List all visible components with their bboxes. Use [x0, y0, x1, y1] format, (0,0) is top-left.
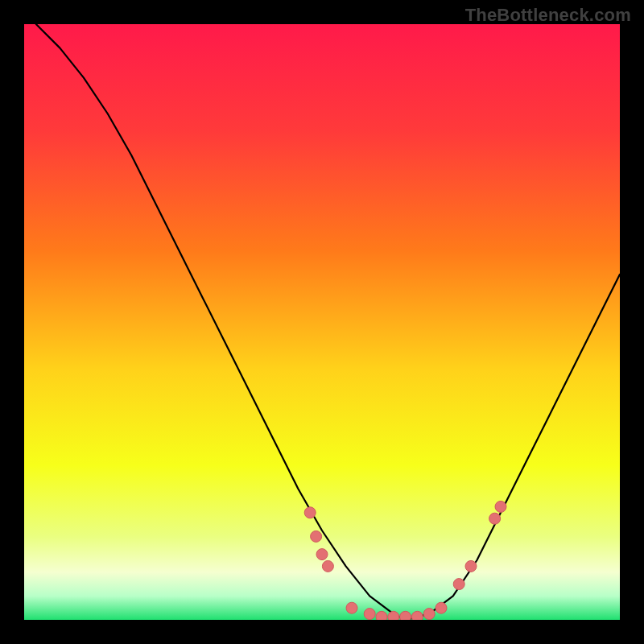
data-marker — [311, 530, 322, 542]
chart-container: TheBottleneck.com — [0, 0, 644, 644]
chart-svg — [24, 24, 620, 620]
data-marker — [304, 507, 316, 518]
plot-area — [24, 24, 620, 620]
data-marker — [322, 560, 333, 572]
data-marker — [453, 579, 464, 590]
data-marker — [388, 611, 399, 620]
watermark-text: TheBottleneck.com — [465, 5, 631, 26]
data-marker — [376, 611, 387, 620]
data-marker — [436, 602, 447, 613]
data-marker — [489, 513, 501, 524]
data-marker — [495, 501, 506, 512]
data-marker — [346, 602, 357, 613]
data-marker — [400, 611, 411, 620]
data-marker — [411, 611, 423, 620]
data-marker — [364, 609, 375, 620]
data-marker — [465, 560, 477, 572]
data-marker — [423, 609, 435, 620]
data-marker — [316, 549, 328, 560]
